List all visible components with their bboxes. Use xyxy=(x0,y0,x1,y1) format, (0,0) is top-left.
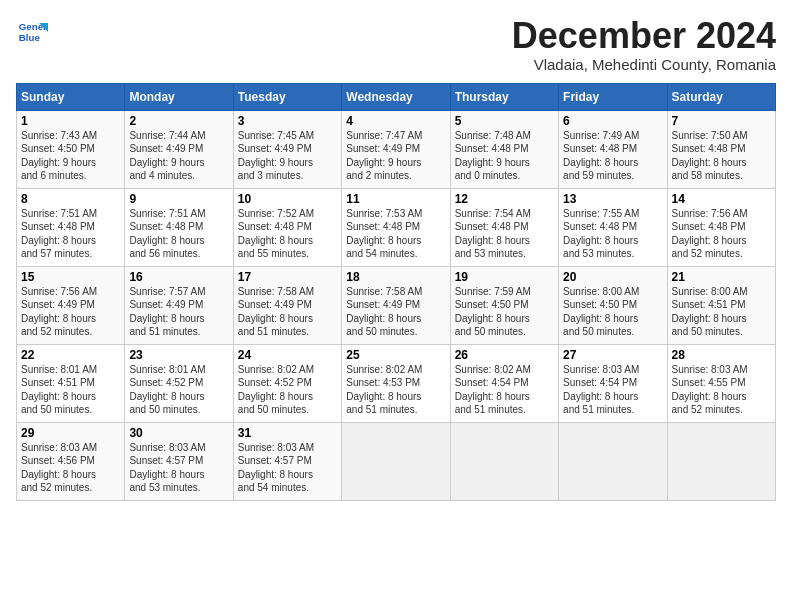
day-info: Sunrise: 8:03 AM Sunset: 4:57 PM Dayligh… xyxy=(238,441,337,495)
weekday-header-friday: Friday xyxy=(559,83,667,110)
day-number: 10 xyxy=(238,192,337,206)
day-info: Sunrise: 7:52 AM Sunset: 4:48 PM Dayligh… xyxy=(238,207,337,261)
day-number: 19 xyxy=(455,270,554,284)
calendar-week-3: 15Sunrise: 7:56 AM Sunset: 4:49 PM Dayli… xyxy=(17,266,776,344)
weekday-header-thursday: Thursday xyxy=(450,83,558,110)
day-number: 28 xyxy=(672,348,771,362)
day-info: Sunrise: 7:44 AM Sunset: 4:49 PM Dayligh… xyxy=(129,129,228,183)
calendar-cell xyxy=(667,422,775,500)
day-number: 3 xyxy=(238,114,337,128)
day-number: 9 xyxy=(129,192,228,206)
day-info: Sunrise: 7:51 AM Sunset: 4:48 PM Dayligh… xyxy=(21,207,120,261)
calendar-cell: 18Sunrise: 7:58 AM Sunset: 4:49 PM Dayli… xyxy=(342,266,450,344)
calendar-cell: 9Sunrise: 7:51 AM Sunset: 4:48 PM Daylig… xyxy=(125,188,233,266)
day-info: Sunrise: 8:02 AM Sunset: 4:52 PM Dayligh… xyxy=(238,363,337,417)
day-number: 16 xyxy=(129,270,228,284)
calendar-cell: 15Sunrise: 7:56 AM Sunset: 4:49 PM Dayli… xyxy=(17,266,125,344)
calendar-cell: 23Sunrise: 8:01 AM Sunset: 4:52 PM Dayli… xyxy=(125,344,233,422)
calendar-cell: 12Sunrise: 7:54 AM Sunset: 4:48 PM Dayli… xyxy=(450,188,558,266)
day-number: 7 xyxy=(672,114,771,128)
day-number: 24 xyxy=(238,348,337,362)
day-number: 13 xyxy=(563,192,662,206)
weekday-header-tuesday: Tuesday xyxy=(233,83,341,110)
calendar-cell: 7Sunrise: 7:50 AM Sunset: 4:48 PM Daylig… xyxy=(667,110,775,188)
month-title: December 2024 xyxy=(512,16,776,56)
day-info: Sunrise: 7:51 AM Sunset: 4:48 PM Dayligh… xyxy=(129,207,228,261)
calendar-cell: 21Sunrise: 8:00 AM Sunset: 4:51 PM Dayli… xyxy=(667,266,775,344)
day-number: 6 xyxy=(563,114,662,128)
calendar-cell: 1Sunrise: 7:43 AM Sunset: 4:50 PM Daylig… xyxy=(17,110,125,188)
day-number: 18 xyxy=(346,270,445,284)
day-number: 14 xyxy=(672,192,771,206)
day-info: Sunrise: 8:00 AM Sunset: 4:51 PM Dayligh… xyxy=(672,285,771,339)
day-info: Sunrise: 8:02 AM Sunset: 4:53 PM Dayligh… xyxy=(346,363,445,417)
calendar-cell: 22Sunrise: 8:01 AM Sunset: 4:51 PM Dayli… xyxy=(17,344,125,422)
calendar-cell: 5Sunrise: 7:48 AM Sunset: 4:48 PM Daylig… xyxy=(450,110,558,188)
day-info: Sunrise: 7:59 AM Sunset: 4:50 PM Dayligh… xyxy=(455,285,554,339)
calendar-cell: 6Sunrise: 7:49 AM Sunset: 4:48 PM Daylig… xyxy=(559,110,667,188)
day-number: 17 xyxy=(238,270,337,284)
location-title: Vladaia, Mehedinti County, Romania xyxy=(512,56,776,73)
weekday-header-wednesday: Wednesday xyxy=(342,83,450,110)
day-number: 5 xyxy=(455,114,554,128)
calendar-cell xyxy=(450,422,558,500)
calendar-cell: 27Sunrise: 8:03 AM Sunset: 4:54 PM Dayli… xyxy=(559,344,667,422)
calendar-cell xyxy=(559,422,667,500)
calendar-cell: 29Sunrise: 8:03 AM Sunset: 4:56 PM Dayli… xyxy=(17,422,125,500)
day-info: Sunrise: 8:01 AM Sunset: 4:51 PM Dayligh… xyxy=(21,363,120,417)
day-info: Sunrise: 7:58 AM Sunset: 4:49 PM Dayligh… xyxy=(346,285,445,339)
calendar-cell: 26Sunrise: 8:02 AM Sunset: 4:54 PM Dayli… xyxy=(450,344,558,422)
day-info: Sunrise: 7:56 AM Sunset: 4:48 PM Dayligh… xyxy=(672,207,771,261)
day-info: Sunrise: 7:47 AM Sunset: 4:49 PM Dayligh… xyxy=(346,129,445,183)
calendar-cell: 13Sunrise: 7:55 AM Sunset: 4:48 PM Dayli… xyxy=(559,188,667,266)
day-number: 23 xyxy=(129,348,228,362)
calendar-week-1: 1Sunrise: 7:43 AM Sunset: 4:50 PM Daylig… xyxy=(17,110,776,188)
day-info: Sunrise: 7:48 AM Sunset: 4:48 PM Dayligh… xyxy=(455,129,554,183)
calendar-cell: 24Sunrise: 8:02 AM Sunset: 4:52 PM Dayli… xyxy=(233,344,341,422)
day-info: Sunrise: 8:02 AM Sunset: 4:54 PM Dayligh… xyxy=(455,363,554,417)
calendar-cell: 28Sunrise: 8:03 AM Sunset: 4:55 PM Dayli… xyxy=(667,344,775,422)
calendar-cell: 31Sunrise: 8:03 AM Sunset: 4:57 PM Dayli… xyxy=(233,422,341,500)
day-number: 26 xyxy=(455,348,554,362)
calendar-table: SundayMondayTuesdayWednesdayThursdayFrid… xyxy=(16,83,776,501)
day-info: Sunrise: 8:03 AM Sunset: 4:55 PM Dayligh… xyxy=(672,363,771,417)
weekday-header-sunday: Sunday xyxy=(17,83,125,110)
calendar-week-5: 29Sunrise: 8:03 AM Sunset: 4:56 PM Dayli… xyxy=(17,422,776,500)
calendar-cell: 30Sunrise: 8:03 AM Sunset: 4:57 PM Dayli… xyxy=(125,422,233,500)
svg-text:Blue: Blue xyxy=(19,32,41,43)
day-number: 29 xyxy=(21,426,120,440)
calendar-cell: 14Sunrise: 7:56 AM Sunset: 4:48 PM Dayli… xyxy=(667,188,775,266)
day-number: 8 xyxy=(21,192,120,206)
day-info: Sunrise: 7:49 AM Sunset: 4:48 PM Dayligh… xyxy=(563,129,662,183)
day-info: Sunrise: 8:01 AM Sunset: 4:52 PM Dayligh… xyxy=(129,363,228,417)
day-number: 25 xyxy=(346,348,445,362)
day-number: 11 xyxy=(346,192,445,206)
day-number: 15 xyxy=(21,270,120,284)
day-number: 4 xyxy=(346,114,445,128)
weekday-header-saturday: Saturday xyxy=(667,83,775,110)
calendar-cell: 11Sunrise: 7:53 AM Sunset: 4:48 PM Dayli… xyxy=(342,188,450,266)
day-number: 2 xyxy=(129,114,228,128)
calendar-body: 1Sunrise: 7:43 AM Sunset: 4:50 PM Daylig… xyxy=(17,110,776,500)
day-info: Sunrise: 7:53 AM Sunset: 4:48 PM Dayligh… xyxy=(346,207,445,261)
weekday-header-row: SundayMondayTuesdayWednesdayThursdayFrid… xyxy=(17,83,776,110)
day-info: Sunrise: 8:03 AM Sunset: 4:54 PM Dayligh… xyxy=(563,363,662,417)
calendar-cell: 19Sunrise: 7:59 AM Sunset: 4:50 PM Dayli… xyxy=(450,266,558,344)
calendar-cell: 3Sunrise: 7:45 AM Sunset: 4:49 PM Daylig… xyxy=(233,110,341,188)
weekday-header-monday: Monday xyxy=(125,83,233,110)
page-header: General Blue December 2024 Vladaia, Mehe… xyxy=(16,16,776,73)
day-number: 12 xyxy=(455,192,554,206)
calendar-cell: 16Sunrise: 7:57 AM Sunset: 4:49 PM Dayli… xyxy=(125,266,233,344)
day-info: Sunrise: 7:45 AM Sunset: 4:49 PM Dayligh… xyxy=(238,129,337,183)
calendar-week-4: 22Sunrise: 8:01 AM Sunset: 4:51 PM Dayli… xyxy=(17,344,776,422)
calendar-cell: 25Sunrise: 8:02 AM Sunset: 4:53 PM Dayli… xyxy=(342,344,450,422)
calendar-cell: 10Sunrise: 7:52 AM Sunset: 4:48 PM Dayli… xyxy=(233,188,341,266)
day-info: Sunrise: 8:03 AM Sunset: 4:57 PM Dayligh… xyxy=(129,441,228,495)
calendar-cell: 17Sunrise: 7:58 AM Sunset: 4:49 PM Dayli… xyxy=(233,266,341,344)
calendar-cell xyxy=(342,422,450,500)
logo-icon: General Blue xyxy=(16,16,48,48)
day-number: 20 xyxy=(563,270,662,284)
day-info: Sunrise: 8:00 AM Sunset: 4:50 PM Dayligh… xyxy=(563,285,662,339)
calendar-week-2: 8Sunrise: 7:51 AM Sunset: 4:48 PM Daylig… xyxy=(17,188,776,266)
day-info: Sunrise: 7:55 AM Sunset: 4:48 PM Dayligh… xyxy=(563,207,662,261)
